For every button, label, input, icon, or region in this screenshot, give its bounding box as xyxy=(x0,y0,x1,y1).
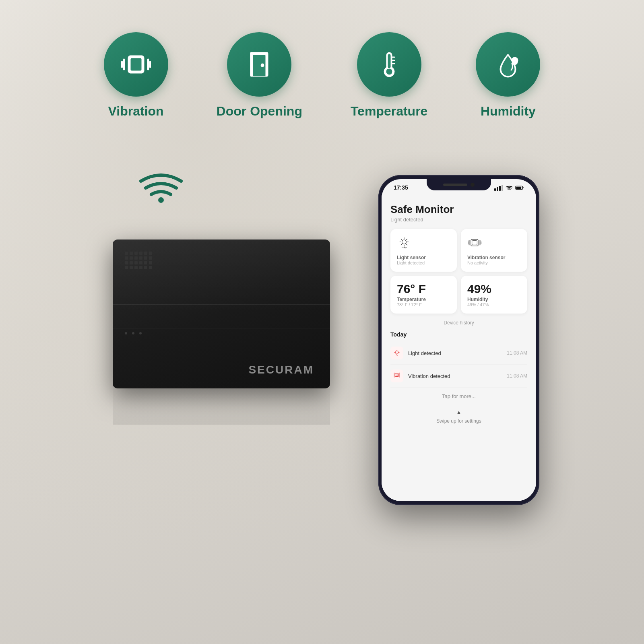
vibration-icon xyxy=(120,48,152,80)
history-item-vibration: Vibration detected 11:08 AM xyxy=(390,365,527,388)
history-line-right xyxy=(479,323,527,323)
svg-rect-9 xyxy=(250,52,252,76)
phone-screen: 17:35 xyxy=(382,179,536,501)
status-time: 17:35 xyxy=(394,184,408,191)
temperature-label: Temperature xyxy=(351,104,427,119)
humidity-sensor-card: 49% Humidity 49% / 47% xyxy=(461,276,527,314)
light-sensor-card: Light sensor Light detected xyxy=(390,229,457,272)
svg-rect-1 xyxy=(130,58,142,71)
svg-line-29 xyxy=(407,244,407,245)
humidity-value: 49% xyxy=(467,282,521,296)
vibration-event-text: Vibration detected xyxy=(408,373,507,379)
battery-status-icon xyxy=(515,185,524,190)
app-screen-content: Safe Monitor Light detected xyxy=(382,195,536,501)
status-icons xyxy=(494,185,524,191)
temperature-sensor-status: 78° F / 72° F xyxy=(397,302,450,307)
door-icon-circle xyxy=(227,32,291,97)
today-label: Today xyxy=(390,331,527,338)
svg-rect-46 xyxy=(399,373,400,378)
device-line-1 xyxy=(113,304,330,305)
svg-line-30 xyxy=(407,239,407,240)
notch-speaker xyxy=(443,184,467,186)
light-sensor-name: Light sensor xyxy=(397,255,450,260)
svg-rect-33 xyxy=(472,241,477,245)
device-hardware: SECURAM xyxy=(113,239,330,388)
humidity-sensor-name: Humidity xyxy=(467,297,521,302)
svg-rect-45 xyxy=(396,374,398,376)
phone-shell: 17:35 xyxy=(378,175,539,505)
main-area: SECURAM 17:35 xyxy=(0,135,644,529)
svg-point-18 xyxy=(158,197,164,203)
svg-point-19 xyxy=(509,190,510,190)
feature-icons-row: Vibration Door Opening xyxy=(0,0,644,135)
vibration-feature: Vibration xyxy=(104,32,168,119)
svg-rect-12 xyxy=(388,54,391,68)
device-brand-label: SECURAM xyxy=(248,363,314,376)
vibration-sensor-status: No activity xyxy=(467,260,521,265)
tap-for-more[interactable]: Tap for more... xyxy=(390,388,527,405)
vibration-icon-circle xyxy=(104,32,168,97)
temperature-sensor-name: Temperature xyxy=(397,297,450,302)
svg-rect-22 xyxy=(522,187,523,188)
vibration-sensor-card: Vibration sensor No activity xyxy=(461,229,527,272)
app-title: Safe Monitor xyxy=(390,203,527,216)
wifi-status-icon xyxy=(506,185,513,190)
light-event-text: Light detected xyxy=(408,350,507,356)
svg-line-28 xyxy=(401,239,402,240)
vibration-sensor-name: Vibration sensor xyxy=(467,255,521,260)
device-vents xyxy=(125,252,152,269)
light-sensor-icon-area xyxy=(397,235,450,252)
device-reflection xyxy=(113,376,330,425)
device-history-label: Device history xyxy=(444,320,474,326)
temperature-sensor-card: 76° F Temperature 78° F / 72° F xyxy=(390,276,457,314)
vibration-sensor-icon xyxy=(467,235,482,250)
light-event-time: 11:08 AM xyxy=(507,350,527,356)
door-feature: Door Opening xyxy=(217,32,302,119)
hardware-section: SECURAM xyxy=(105,151,346,513)
temperature-icon-circle xyxy=(357,32,421,97)
swipe-label: Swipe up for settings xyxy=(436,418,481,424)
temperature-value: 76° F xyxy=(397,282,450,296)
device-line-2 xyxy=(113,328,330,328)
svg-line-31 xyxy=(401,244,402,245)
vibration-event-time: 11:08 AM xyxy=(507,373,527,379)
light-sensor-status: Light detected xyxy=(397,260,450,265)
light-alert-icon-box xyxy=(390,347,403,359)
app-alert-subtitle: Light detected xyxy=(390,217,527,223)
temperature-feature: Temperature xyxy=(351,32,427,119)
swipe-arrow-icon: ▲ xyxy=(394,409,523,415)
notch-camera xyxy=(471,183,475,187)
svg-rect-43 xyxy=(394,373,395,378)
humidity-icon xyxy=(492,48,524,80)
vibration-label: Vibration xyxy=(108,104,164,119)
device-history-divider: Device history xyxy=(390,320,527,326)
thermometer-icon xyxy=(373,48,405,80)
wifi-symbol xyxy=(137,167,185,203)
page-content: Vibration Door Opening xyxy=(0,0,644,644)
history-item-light: Light detected 11:08 AM xyxy=(390,342,527,365)
vibration-alert-icon-box xyxy=(390,369,403,382)
alert-vibration-icon xyxy=(393,372,400,380)
humidity-label: Humidity xyxy=(481,104,536,119)
wifi-icon xyxy=(137,167,185,205)
humidity-sensor-status: 49% / 47% xyxy=(467,302,521,307)
phone-notch xyxy=(427,179,491,190)
signal-icon xyxy=(494,185,503,191)
svg-point-8 xyxy=(261,64,264,67)
light-sensor-icon xyxy=(397,235,411,250)
humidity-feature: Humidity xyxy=(476,32,540,119)
svg-point-38 xyxy=(395,351,398,354)
alert-light-icon xyxy=(393,349,400,357)
svg-point-13 xyxy=(386,68,392,75)
phone-mockup: 17:35 xyxy=(378,175,539,505)
door-icon xyxy=(243,48,275,80)
svg-point-23 xyxy=(402,240,407,244)
door-label: Door Opening xyxy=(217,104,302,119)
sensor-cards-grid: Light sensor Light detected xyxy=(390,229,527,314)
history-line-left xyxy=(390,323,439,323)
swipe-up-area[interactable]: ▲ Swipe up for settings xyxy=(390,405,527,428)
humidity-icon-circle xyxy=(476,32,540,97)
svg-rect-21 xyxy=(516,187,521,189)
device-indicator-dots xyxy=(125,332,142,334)
vibration-sensor-icon-area xyxy=(467,235,521,252)
